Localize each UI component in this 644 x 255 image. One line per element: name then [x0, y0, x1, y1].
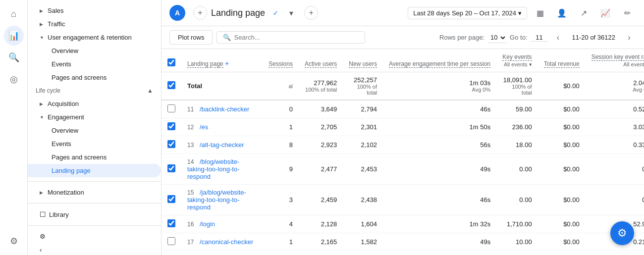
sidebar-item-pages-and-screens[interactable]: Pages and screens — [28, 151, 161, 164]
sidebar-item-library[interactable]: ☐ Library — [28, 207, 161, 221]
sidebar-collapse-btn[interactable]: ‹ — [28, 243, 161, 255]
row-page: 11 /backlink-checker — [181, 100, 263, 118]
pagination-text: 11-20 of 36122 — [572, 34, 615, 41]
row-checkbox[interactable] — [167, 237, 175, 245]
row-total-revenue: $0.00 — [538, 185, 586, 215]
row-avg-engagement: 49s — [383, 154, 496, 185]
row-sessions: 1 — [263, 233, 299, 251]
lifecycle-chevron-icon: ▲ — [147, 87, 153, 94]
row-checkbox[interactable] — [167, 219, 175, 227]
home-icon[interactable]: ⌂ — [4, 4, 24, 24]
lifecycle-section[interactable]: Life cycle ▲ — [28, 84, 161, 97]
row-total-revenue: $0.00 — [538, 136, 586, 154]
edit-icon[interactable]: ✏ — [618, 4, 636, 22]
user-icon[interactable]: 👤 — [553, 4, 571, 22]
sidebar-item-settings[interactable]: ⚙ — [28, 230, 161, 243]
prev-page-button[interactable]: ‹ — [551, 31, 565, 45]
row-avg-engagement: 49s — [383, 233, 496, 251]
gear-fab-button[interactable]: ⚙ — [610, 221, 634, 245]
row-key-events: 0.00 — [496, 154, 537, 185]
sidebar-item-user-engagement[interactable]: ▼ User engagement & retention — [28, 31, 161, 44]
row-active-users: 2,923 — [299, 136, 343, 154]
row-checkbox[interactable] — [167, 104, 175, 112]
total-revenue: $0.00 — [538, 72, 586, 101]
row-checkbox[interactable] — [167, 164, 175, 172]
row-checkbox-cell — [161, 136, 181, 154]
search-icon[interactable]: 🔍 — [4, 48, 24, 67]
chart-icon[interactable]: 📈 — [596, 4, 614, 22]
search-input[interactable] — [234, 34, 359, 41]
sidebar-item-pages-and-screens-top[interactable]: Pages and screens — [28, 71, 161, 84]
row-page-link[interactable]: /login — [200, 220, 215, 228]
table-toolbar: Plot rows 🔍 Rows per page: 10 25 50 Go t… — [161, 26, 644, 49]
total-checkbox[interactable] — [167, 81, 175, 89]
new-users-header: New users — [343, 50, 383, 72]
user-avatar[interactable]: A — [169, 5, 185, 21]
row-active-users: 2,156 — [299, 251, 343, 255]
row-number: 14 — [187, 158, 194, 165]
sales-arrow-icon: ▶ — [40, 8, 48, 13]
main-content: A + Landing page ✓ ▾ + Last 28 days Sep … — [161, 0, 644, 255]
row-key-events: 59.00 — [496, 100, 537, 118]
settings-icon[interactable]: ⚙ — [4, 231, 24, 251]
row-avg-engagement: 56s — [383, 136, 496, 154]
row-page-link[interactable]: /alt-tag-checker — [200, 141, 244, 149]
search-box[interactable]: 🔍 — [216, 31, 365, 44]
row-new-users: 2,301 — [343, 118, 383, 136]
row-number: 13 — [187, 142, 194, 149]
sidebar-item-engagement[interactable]: ▼ Engagement — [28, 110, 161, 124]
sidebar-item-overview[interactable]: Overview — [28, 124, 161, 137]
row-new-users: 2,453 — [343, 154, 383, 185]
row-total-revenue: $0.00 — [538, 233, 586, 251]
table-row: 18 /es/blog/notificaciones-push-que-son-… — [161, 251, 644, 255]
total-label: Total — [181, 72, 263, 101]
row-session-key: 0.33% — [586, 136, 644, 154]
share-icon[interactable]: ↗ — [575, 4, 592, 22]
plot-rows-button[interactable]: Plot rows — [169, 30, 213, 45]
row-page: 13 /alt-tag-checker — [181, 136, 263, 154]
row-page-link[interactable]: /ja/blog/website-taking-too-long-to-resp… — [187, 189, 246, 211]
compare-icon[interactable]: ▦ — [531, 4, 549, 22]
row-page-link[interactable]: /es — [200, 123, 208, 131]
sidebar-item-landing-page[interactable]: Landing page — [28, 164, 161, 177]
engagement-arrow-icon: ▼ — [40, 115, 48, 120]
rows-per-page-select[interactable]: 10 25 50 — [487, 32, 507, 43]
analytics-icon[interactable]: 📊 — [4, 26, 24, 46]
row-sessions: 3 — [263, 185, 299, 215]
sidebar-item-monetization[interactable]: ▶ Monetization — [28, 186, 161, 199]
key-events-header: Key events All events ▾ — [496, 50, 537, 72]
row-total-revenue: $0.00 — [538, 118, 586, 136]
sidebar-item-events[interactable]: Events — [28, 137, 161, 151]
date-chevron-icon: ▾ — [518, 9, 522, 17]
date-range-selector[interactable]: Last 28 days Sep 20 – Oct 17, 2024 ▾ — [408, 7, 527, 19]
row-checkbox[interactable] — [167, 140, 175, 148]
row-avg-engagement: 46s — [383, 100, 496, 118]
add-button[interactable]: + — [193, 6, 207, 20]
row-checkbox[interactable] — [167, 122, 175, 130]
row-page-link[interactable]: /blog/website-taking-too-long-to-respond — [187, 158, 240, 180]
total-revenue-header: Total revenue — [538, 50, 586, 72]
data-table-container: Landing page + Sessions Active users New… — [161, 49, 644, 255]
row-total-revenue: $0.00 — [538, 100, 586, 118]
row-key-events: 18.00 — [496, 136, 537, 154]
sidebar-item-overview-engagement[interactable]: Overview — [28, 44, 161, 57]
sidebar-item-traffic[interactable]: ▶ Traffic — [28, 17, 161, 31]
add-section-btn[interactable]: + — [304, 6, 318, 20]
tag-icon[interactable]: ◎ — [4, 69, 24, 89]
title-chevron-btn[interactable]: ▾ — [282, 4, 300, 22]
total-session-key: 2.04% Avg 0% — [586, 72, 644, 101]
sidebar-item-events-engagement[interactable]: Events — [28, 57, 161, 71]
row-checkbox[interactable] — [167, 195, 175, 203]
row-new-users: 2,438 — [343, 185, 383, 215]
next-page-button[interactable]: › — [622, 31, 636, 45]
row-page-link[interactable]: /canonical-checker — [200, 238, 253, 246]
sidebar-item-acquisition[interactable]: ▶ Acquisition — [28, 97, 161, 110]
landing-page-header: Landing page + — [181, 50, 263, 72]
row-page-link[interactable]: /backlink-checker — [200, 105, 249, 113]
sidebar-item-sales[interactable]: ▶ Sales — [28, 4, 161, 17]
select-all-checkbox[interactable] — [167, 58, 175, 66]
row-session-key: 0.09% — [586, 251, 644, 255]
add-column-btn[interactable]: + — [225, 59, 229, 67]
total-key-events: 18,091.00 100% of total — [496, 72, 537, 101]
goto-input[interactable] — [531, 34, 548, 42]
